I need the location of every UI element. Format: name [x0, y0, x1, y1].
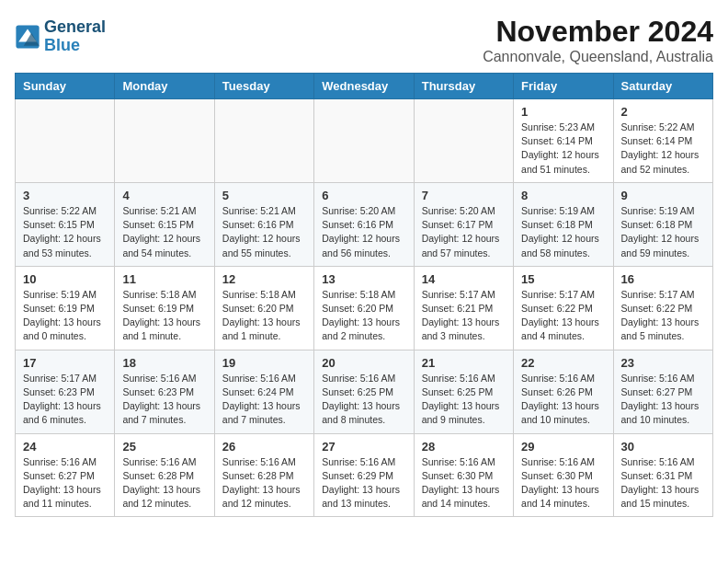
- calendar-cell: 6Sunrise: 5:20 AM Sunset: 6:16 PM Daylig…: [314, 182, 414, 266]
- day-info: Sunrise: 5:22 AM Sunset: 6:14 PM Dayligh…: [621, 121, 705, 177]
- calendar-cell: 3Sunrise: 5:22 AM Sunset: 6:15 PM Daylig…: [16, 182, 115, 266]
- calendar-cell: 20Sunrise: 5:16 AM Sunset: 6:25 PM Dayli…: [314, 350, 414, 433]
- day-info: Sunrise: 5:17 AM Sunset: 6:22 PM Dayligh…: [521, 288, 605, 344]
- day-number: 23: [621, 356, 705, 370]
- calendar-cell: [214, 99, 313, 183]
- calendar-cell: 29Sunrise: 5:16 AM Sunset: 6:30 PM Dayli…: [514, 433, 613, 517]
- calendar-cell: 4Sunrise: 5:21 AM Sunset: 6:15 PM Daylig…: [115, 182, 214, 266]
- day-info: Sunrise: 5:16 AM Sunset: 6:28 PM Dayligh…: [122, 455, 206, 511]
- weekday-header: Thursday: [414, 74, 513, 99]
- calendar-cell: 27Sunrise: 5:16 AM Sunset: 6:29 PM Dayli…: [314, 433, 414, 517]
- day-info: Sunrise: 5:21 AM Sunset: 6:15 PM Dayligh…: [122, 204, 206, 260]
- calendar-cell: 2Sunrise: 5:22 AM Sunset: 6:14 PM Daylig…: [613, 99, 712, 183]
- day-info: Sunrise: 5:16 AM Sunset: 6:23 PM Dayligh…: [122, 372, 206, 428]
- header: General Blue November 2024 Cannonvale, Q…: [15, 15, 713, 65]
- day-info: Sunrise: 5:17 AM Sunset: 6:21 PM Dayligh…: [422, 288, 506, 344]
- day-info: Sunrise: 5:16 AM Sunset: 6:24 PM Dayligh…: [222, 372, 306, 428]
- location-title: Cannonvale, Queensland, Australia: [483, 49, 713, 65]
- logo-line1: General: [44, 18, 106, 37]
- day-number: 1: [521, 105, 605, 119]
- calendar-cell: 14Sunrise: 5:17 AM Sunset: 6:21 PM Dayli…: [414, 266, 513, 350]
- day-number: 29: [521, 440, 605, 454]
- calendar-week-row: 24Sunrise: 5:16 AM Sunset: 6:27 PM Dayli…: [16, 433, 713, 517]
- day-number: 26: [222, 440, 306, 454]
- day-info: Sunrise: 5:18 AM Sunset: 6:20 PM Dayligh…: [222, 288, 306, 344]
- calendar-cell: 11Sunrise: 5:18 AM Sunset: 6:19 PM Dayli…: [115, 266, 214, 350]
- calendar-cell: 30Sunrise: 5:16 AM Sunset: 6:31 PM Dayli…: [613, 433, 712, 517]
- day-number: 7: [422, 189, 506, 202]
- month-title: November 2024: [483, 15, 713, 49]
- day-number: 4: [122, 189, 206, 202]
- calendar-cell: 15Sunrise: 5:17 AM Sunset: 6:22 PM Dayli…: [514, 266, 613, 350]
- logo-text: General Blue: [44, 18, 106, 55]
- day-number: 10: [23, 272, 107, 286]
- calendar-cell: 13Sunrise: 5:18 AM Sunset: 6:20 PM Dayli…: [314, 266, 414, 350]
- calendar-cell: [414, 99, 513, 183]
- weekday-header: Wednesday: [314, 74, 414, 99]
- calendar-cell: 24Sunrise: 5:16 AM Sunset: 6:27 PM Dayli…: [16, 433, 115, 517]
- weekday-header: Tuesday: [214, 74, 313, 99]
- weekday-header: Monday: [115, 74, 214, 99]
- calendar-cell: 9Sunrise: 5:19 AM Sunset: 6:18 PM Daylig…: [613, 182, 712, 266]
- logo-icon: [15, 24, 40, 50]
- title-section: November 2024 Cannonvale, Queensland, Au…: [483, 15, 713, 65]
- day-number: 19: [222, 356, 306, 370]
- day-info: Sunrise: 5:17 AM Sunset: 6:23 PM Dayligh…: [23, 372, 107, 428]
- day-info: Sunrise: 5:18 AM Sunset: 6:20 PM Dayligh…: [322, 288, 405, 344]
- day-info: Sunrise: 5:20 AM Sunset: 6:17 PM Dayligh…: [422, 204, 506, 260]
- day-info: Sunrise: 5:16 AM Sunset: 6:26 PM Dayligh…: [521, 372, 605, 428]
- day-number: 20: [322, 356, 405, 370]
- day-number: 11: [122, 272, 206, 286]
- calendar-cell: [314, 99, 414, 183]
- day-info: Sunrise: 5:16 AM Sunset: 6:28 PM Dayligh…: [222, 455, 306, 511]
- calendar-cell: 28Sunrise: 5:16 AM Sunset: 6:30 PM Dayli…: [414, 433, 513, 517]
- calendar-cell: 21Sunrise: 5:16 AM Sunset: 6:25 PM Dayli…: [414, 350, 513, 433]
- day-info: Sunrise: 5:16 AM Sunset: 6:29 PM Dayligh…: [322, 455, 405, 511]
- calendar-cell: 19Sunrise: 5:16 AM Sunset: 6:24 PM Dayli…: [214, 350, 313, 433]
- day-number: 3: [23, 189, 107, 202]
- day-number: 6: [322, 189, 405, 202]
- day-info: Sunrise: 5:16 AM Sunset: 6:30 PM Dayligh…: [422, 455, 506, 511]
- day-info: Sunrise: 5:16 AM Sunset: 6:31 PM Dayligh…: [621, 455, 705, 511]
- calendar-cell: 8Sunrise: 5:19 AM Sunset: 6:18 PM Daylig…: [514, 182, 613, 266]
- day-number: 24: [23, 440, 107, 454]
- day-number: 16: [621, 272, 705, 286]
- calendar-cell: 10Sunrise: 5:19 AM Sunset: 6:19 PM Dayli…: [16, 266, 115, 350]
- calendar-week-row: 10Sunrise: 5:19 AM Sunset: 6:19 PM Dayli…: [16, 266, 713, 350]
- weekday-header: Friday: [514, 74, 613, 99]
- weekday-header: Sunday: [16, 74, 115, 99]
- calendar-cell: 17Sunrise: 5:17 AM Sunset: 6:23 PM Dayli…: [16, 350, 115, 433]
- day-info: Sunrise: 5:18 AM Sunset: 6:19 PM Dayligh…: [122, 288, 206, 344]
- day-number: 17: [23, 356, 107, 370]
- day-info: Sunrise: 5:17 AM Sunset: 6:22 PM Dayligh…: [621, 288, 705, 344]
- day-number: 8: [521, 189, 605, 202]
- calendar: SundayMondayTuesdayWednesdayThursdayFrid…: [15, 73, 713, 517]
- day-info: Sunrise: 5:23 AM Sunset: 6:14 PM Dayligh…: [521, 121, 605, 177]
- calendar-cell: 25Sunrise: 5:16 AM Sunset: 6:28 PM Dayli…: [115, 433, 214, 517]
- day-info: Sunrise: 5:19 AM Sunset: 6:19 PM Dayligh…: [23, 288, 107, 344]
- day-number: 30: [621, 440, 705, 454]
- logo: General Blue: [15, 18, 106, 55]
- calendar-week-row: 17Sunrise: 5:17 AM Sunset: 6:23 PM Dayli…: [16, 350, 713, 433]
- calendar-cell: 22Sunrise: 5:16 AM Sunset: 6:26 PM Dayli…: [514, 350, 613, 433]
- day-info: Sunrise: 5:20 AM Sunset: 6:16 PM Dayligh…: [322, 204, 405, 260]
- day-number: 25: [122, 440, 206, 454]
- calendar-cell: 1Sunrise: 5:23 AM Sunset: 6:14 PM Daylig…: [514, 99, 613, 183]
- day-number: 12: [222, 272, 306, 286]
- calendar-header-row: SundayMondayTuesdayWednesdayThursdayFrid…: [16, 74, 713, 99]
- day-info: Sunrise: 5:16 AM Sunset: 6:25 PM Dayligh…: [422, 372, 506, 428]
- calendar-cell: 7Sunrise: 5:20 AM Sunset: 6:17 PM Daylig…: [414, 182, 513, 266]
- day-number: 13: [322, 272, 405, 286]
- logo-line2: Blue: [44, 37, 106, 55]
- calendar-cell: 26Sunrise: 5:16 AM Sunset: 6:28 PM Dayli…: [214, 433, 313, 517]
- day-number: 28: [422, 440, 506, 454]
- day-info: Sunrise: 5:22 AM Sunset: 6:15 PM Dayligh…: [23, 204, 107, 260]
- day-number: 5: [222, 189, 306, 202]
- day-number: 2: [621, 105, 705, 119]
- day-number: 18: [122, 356, 206, 370]
- day-info: Sunrise: 5:16 AM Sunset: 6:30 PM Dayligh…: [521, 455, 605, 511]
- day-number: 22: [521, 356, 605, 370]
- day-info: Sunrise: 5:16 AM Sunset: 6:27 PM Dayligh…: [23, 455, 107, 511]
- calendar-cell: 16Sunrise: 5:17 AM Sunset: 6:22 PM Dayli…: [613, 266, 712, 350]
- day-number: 27: [322, 440, 405, 454]
